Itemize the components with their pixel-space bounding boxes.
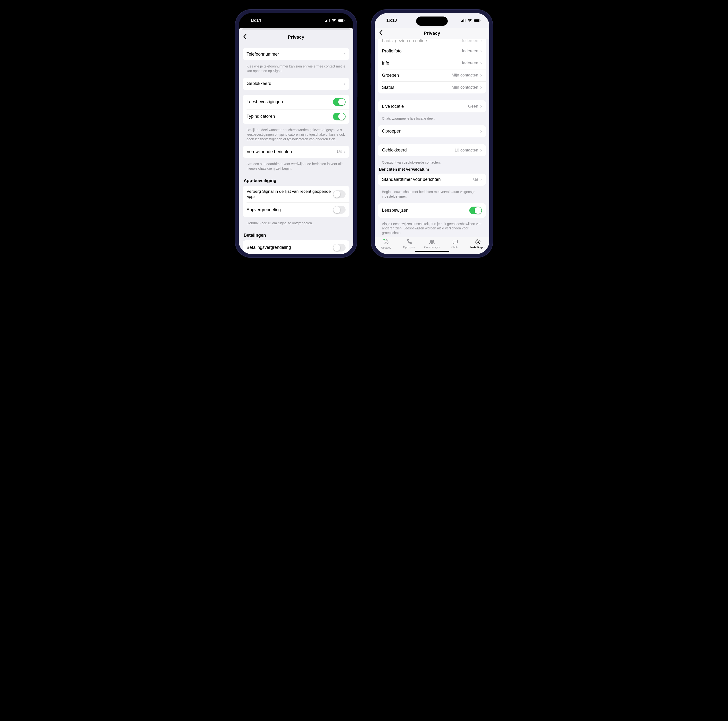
toggle-read-receipts[interactable]: [469, 207, 482, 214]
toggle-payments-lock[interactable]: [333, 244, 346, 251]
navbar: Privacy: [239, 30, 353, 44]
svg-rect-8: [462, 20, 463, 22]
svg-rect-2: [327, 20, 328, 22]
row-default-timer[interactable]: Standaardtimer voor berichten Uit ›: [378, 174, 486, 186]
svg-point-16: [430, 240, 432, 242]
dynamic-island: [416, 17, 448, 26]
toggle-hide-recent[interactable]: [333, 190, 346, 198]
chevron-right-icon: ›: [480, 73, 482, 78]
row-live-location[interactable]: Live locatie Geen ›: [378, 100, 486, 112]
row-typing-indicators[interactable]: Typindicatoren: [243, 109, 349, 124]
row-read-receipts[interactable]: Leesbevestigingen: [243, 95, 349, 109]
chevron-right-icon: ›: [344, 52, 346, 57]
chevron-right-icon: ›: [480, 177, 482, 182]
footer-default-timer: Begin nieuwe chats met berichten met ver…: [378, 188, 486, 203]
toggle-app-lock[interactable]: [333, 206, 346, 214]
dynamic-island: [280, 17, 312, 26]
row-read-receipts[interactable]: Leesbewijzen: [378, 203, 486, 218]
tab-updates[interactable]: Updates: [375, 239, 398, 249]
chevron-right-icon: ›: [480, 129, 482, 134]
communities-icon: [428, 239, 435, 245]
row-value: Uit: [473, 177, 478, 182]
cellular-icon: [461, 19, 466, 22]
svg-rect-7: [461, 21, 462, 22]
svg-point-18: [477, 241, 479, 243]
svg-point-15: [385, 241, 387, 243]
row-hide-recent-apps[interactable]: Verberg Signal in de lijst van recent ge…: [243, 186, 349, 202]
tab-label: Chats: [451, 246, 459, 249]
row-label: Geblokkeerd: [246, 81, 344, 86]
tab-communities[interactable]: Community's: [421, 239, 444, 249]
chevron-right-icon: ›: [344, 149, 346, 155]
back-button[interactable]: [243, 34, 246, 41]
tab-label: Oproepen: [403, 246, 415, 249]
row-label: Live locatie: [382, 104, 468, 109]
back-button[interactable]: [379, 30, 382, 37]
row-label: Geblokkeerd: [382, 148, 454, 153]
svg-rect-5: [338, 20, 343, 21]
row-label: Groepen: [382, 73, 451, 78]
chevron-right-icon: ›: [480, 85, 482, 90]
page-title: Privacy: [288, 34, 304, 40]
row-label: Leesbewijzen: [382, 208, 469, 213]
home-indicator[interactable]: [415, 251, 449, 252]
svg-rect-13: [480, 20, 480, 21]
tab-calls[interactable]: Oproepen: [398, 239, 420, 249]
row-app-lock[interactable]: Appvergrendeling: [243, 202, 349, 217]
row-disappearing-messages[interactable]: Verdwijnende berichten Uit ›: [243, 145, 349, 158]
phone-frame-left: 16:14 Privacy: [236, 10, 357, 257]
svg-rect-1: [326, 20, 327, 22]
row-label: Verberg Signal in de lijst van recent ge…: [246, 189, 333, 199]
row-blocked[interactable]: Geblokkeerd ›: [243, 78, 349, 90]
tab-label: Instellingen: [470, 246, 485, 249]
row-label: Laatst gezien en online: [382, 39, 462, 43]
section-header-app-security: App-beveiliging: [243, 175, 349, 186]
row-value: Mijn contacten: [451, 85, 478, 90]
row-label: Appvergrendeling: [246, 207, 333, 213]
row-status[interactable]: Status Mijn contacten ›: [378, 81, 486, 93]
row-value: 10 contacten: [454, 148, 478, 153]
phone-frame-right: 16:13 Privacy Laatst gezien en online Ie…: [371, 10, 492, 257]
chats-icon: [451, 239, 458, 245]
footer-app-lock: Gebruik Face ID om Signal te ontgrendele…: [243, 219, 349, 230]
svg-rect-9: [463, 20, 464, 22]
row-groups[interactable]: Groepen Mijn contacten ›: [378, 69, 486, 81]
footer-live-location: Chats waarmee je live locatie deelt.: [378, 115, 486, 125]
row-payments-lock[interactable]: Betalingsvergrendeling: [243, 240, 349, 254]
section-header-expiry: Berichten met vervaldatum: [378, 166, 486, 174]
svg-rect-6: [344, 20, 344, 21]
row-label: Status: [382, 85, 451, 90]
tab-label: Updates: [381, 246, 391, 249]
chevron-right-icon: ›: [480, 48, 482, 54]
toggle-typing-indicators[interactable]: [333, 113, 346, 120]
cellular-icon: [325, 19, 330, 22]
row-profile-photo[interactable]: Profielfoto Iedereen ›: [378, 45, 486, 57]
chevron-right-icon: ›: [480, 60, 482, 66]
row-calls[interactable]: Oproepen ›: [378, 125, 486, 138]
chevron-right-icon: ›: [344, 81, 346, 86]
svg-rect-10: [465, 19, 465, 22]
row-value: Iedereen: [462, 39, 478, 43]
row-label: Info: [382, 61, 462, 66]
footer-phone-number: Kies wie je telefoonnummer kan zien en w…: [243, 63, 349, 78]
row-blocked[interactable]: Geblokkeerd 10 contacten ›: [378, 144, 486, 156]
row-phone-number[interactable]: Telefoonnummer ›: [243, 48, 349, 60]
footer-disappearing: Stel een standaardtimer voor verdwijnend…: [243, 160, 349, 175]
row-last-seen[interactable]: Laatst gezien en online Iedereen ›: [378, 39, 486, 45]
row-info[interactable]: Info Iedereen ›: [378, 57, 486, 69]
svg-point-17: [432, 240, 434, 242]
tab-settings[interactable]: Instellingen: [466, 239, 489, 249]
chevron-right-icon: ›: [480, 104, 482, 109]
chevron-right-icon: ›: [480, 148, 482, 153]
svg-rect-0: [325, 21, 326, 22]
row-label: Oproepen: [382, 129, 480, 134]
footer-indicators: Bekijk en deel wanneer berichten worden …: [243, 126, 349, 146]
row-value: Iedereen: [462, 61, 478, 66]
phone-icon: [406, 239, 413, 245]
toggle-read-receipts[interactable]: [333, 98, 346, 106]
footer-read-receipts: Als je Leesbewijzen uitschakelt, kun je …: [378, 220, 486, 237]
clock: 16:14: [251, 18, 261, 23]
section-header-payments: Betalingen: [243, 230, 349, 240]
battery-icon: [338, 19, 344, 22]
tab-chats[interactable]: Chats: [444, 239, 466, 249]
